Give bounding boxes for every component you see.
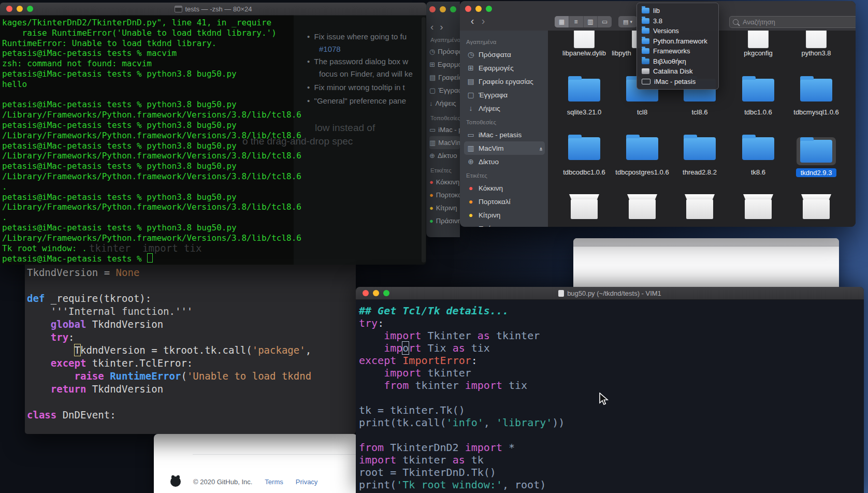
sidebar-item[interactable]: ●Κόκκινη [464,181,545,195]
path-popup-item[interactable]: Catalina Disk [637,66,718,77]
vim-titlebar[interactable]: bug50.py (~/tkdnd/tests) - VIM1 [356,287,864,300]
view-icons-button[interactable]: ▦ [555,16,569,27]
finder-item[interactable]: tdbc1.0.6 [731,79,785,136]
minimize-button[interactable] [475,6,482,12]
sidebar-item[interactable]: ▭iMac - petasis [464,128,545,141]
view-columns-button[interactable]: ▥ [584,16,598,27]
sidebar-item[interactable]: ⊕Δίκτυο [464,155,545,168]
view-gallery-button[interactable]: ▭ [598,16,612,27]
sidebar-item-back[interactable]: ▤Γραφείο εργασίας [429,71,460,84]
sidebar-item-back[interactable]: ▭iMac - petasis [429,123,460,136]
finder-item[interactable]: thread2.8.2 [673,137,727,194]
minimize-button[interactable] [17,6,23,12]
desktop: © 2020 GitHub, Inc. Terms Privacy TkdndV… [0,0,868,493]
close-button[interactable] [429,6,436,12]
finder-item[interactable]: tdbcpostgres1.0.6 [615,137,669,194]
terminal-titlebar[interactable]: tests — -zsh — 80×24 [0,3,426,16]
code-token: as [453,342,465,354]
sidebar-item[interactable]: ▥MacVim▴ [464,141,545,155]
code-token: import [359,454,396,466]
sidebar-item[interactable]: ●Πράσινη [464,222,545,227]
sidebar-item-back[interactable]: ▥MacVim▴ [429,136,460,149]
finder-item[interactable] [615,194,669,227]
sidebar-item[interactable]: ▤Γραφείο εργασίας [464,75,545,88]
finder-item[interactable]: pkgconfig [731,31,785,78]
terminal-line: petasis@iMac-petasis tests % python3.8 b… [2,161,426,171]
path-popup-item[interactable]: Versions [637,26,718,36]
terminal-window[interactable]: tests — -zsh — 80×24 kages/TkinterDnD2/T… [0,3,426,265]
finder-item[interactable]: tk8.6 [731,137,785,194]
back-button[interactable]: ‹ [468,15,477,27]
search-field[interactable] [729,16,856,28]
docs-icon: ▢ [467,91,475,99]
sidebar-item[interactable]: ⊞Εφαρμογές [464,61,545,75]
back-finder-nav[interactable]: ‹› [430,21,450,33]
forward-button[interactable]: › [479,15,488,27]
sidebar-item-back[interactable]: ▢Έγγραφα [429,84,460,97]
tk-root-titlebar[interactable] [573,238,839,247]
github-terms-link[interactable]: Terms [265,478,283,486]
code-token: 'Tk root window:' [396,479,502,491]
group-button[interactable]: ▤ ▾ [618,16,637,27]
finder-item[interactable]: sqlite3.21.0 [557,79,611,136]
sidebar-item-back[interactable]: ⊕Δίκτυο [429,149,460,162]
finder-item-icon [557,31,611,48]
code-token: print( [359,479,396,491]
finder-item[interactable] [557,194,611,227]
path-popup-item[interactable]: lib [637,6,718,16]
sidebar-item[interactable]: ↓Λήψεις [464,102,545,115]
path-popup-item[interactable]: Python.framework [637,36,718,47]
code-token: except [51,357,86,369]
sidebar-item-back[interactable]: ●Κίτρινη [429,201,460,214]
zoom-button[interactable] [450,6,456,12]
minimize-button[interactable] [373,290,379,296]
code-line: '''Internal function.''' [27,305,356,318]
finder-item[interactable]: tdbcodbc1.0.6 [557,137,611,194]
sidebar-item-back[interactable]: ⊞Εφαρμογές [429,58,460,71]
folder-icon [742,79,774,102]
background-finder-window[interactable]: ‹› Αγαπημένα◷Πρόσφατα⊞Εφαρμογές▤Γραφείο … [426,2,460,237]
sidebar-item-back[interactable]: ◷Πρόσφατα [429,45,460,58]
zoom-button[interactable] [383,290,389,296]
close-button[interactable] [363,290,369,296]
finder-item[interactable] [731,194,785,227]
code-line: except tkinter.TclError: [27,357,356,370]
sidebar-item-back[interactable]: ↓Λήψεις [429,97,460,110]
terminal-scrollbar[interactable] [422,17,426,263]
finder-item[interactable]: tkdnd2.9.3 [789,137,843,194]
terminal-line: petasis@iMac-petasis tests % macvim [2,48,426,59]
zoom-button[interactable] [486,6,492,12]
sidebar-item[interactable]: ◷Πρόσφατα [464,48,545,61]
search-input[interactable] [742,18,855,26]
path-popup-label: Βιβλιοθήκη [653,57,686,65]
sidebar-item[interactable]: ▢Έγγραφα [464,88,545,102]
path-popup-item[interactable]: iMac - petasis [637,77,718,87]
sidebar-item-back[interactable]: ●Πράσινη [429,214,460,227]
close-button[interactable] [6,6,12,12]
editor-window[interactable]: TkdndVersion = None def _require(tkroot)… [25,259,356,434]
sidebar-item-label: MacVim [479,144,504,152]
code-token [27,383,51,395]
finder-item[interactable]: tdbcmysql1.0.6 [789,79,843,136]
finder-item[interactable]: python3.8 [789,31,843,78]
terminal-line: . [2,212,426,223]
path-popup-item[interactable]: 3.8 [637,16,718,26]
minimize-button[interactable] [440,6,446,12]
sidebar-item[interactable]: ●Κίτρινη [464,208,545,222]
code-token: tkinter [490,329,540,342]
sidebar-item-back[interactable]: ●Κόκκινη [429,176,460,189]
zoom-button[interactable] [27,6,33,12]
close-button[interactable] [465,6,471,12]
path-popup-item[interactable]: Βιβλιοθήκη [637,56,718,67]
finder-item[interactable] [673,194,727,227]
view-list-button[interactable]: ≡ [569,16,584,27]
terminal-line: petasis@iMac-petasis tests % python3.8 b… [2,223,426,233]
sidebar-item-back[interactable]: ●Πορτοκαλί [429,189,460,201]
github-privacy-link[interactable]: Privacy [296,478,318,486]
finder-item[interactable] [789,194,843,227]
code-line: root = TkinterDnD.Tk() [359,466,864,479]
vim-window[interactable]: bug50.py (~/tkdnd/tests) - VIM1 ## Get T… [356,287,864,493]
path-popup-item[interactable]: Frameworks [637,46,718,56]
finder-item-icon [557,137,611,160]
sidebar-item[interactable]: ●Πορτοκαλί [464,195,545,208]
